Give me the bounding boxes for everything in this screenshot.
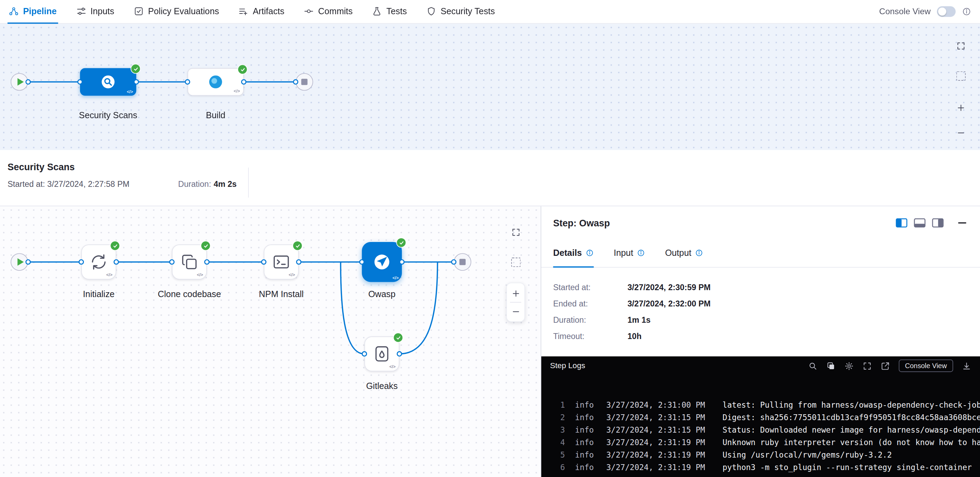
detail-value: 3/27/2024, 2:32:00 PM [628, 299, 711, 308]
log-line: 4info3/27/2024, 2:31:19 PMUnknown ruby i… [551, 436, 980, 449]
log-line: 5info3/27/2024, 2:31:19 PMUsing /usr/loc… [551, 449, 980, 461]
stage-label-build[interactable]: Build [206, 110, 225, 120]
pipeline-end-node [296, 73, 313, 91]
pipeline-icon [9, 6, 19, 16]
canvas-select-button[interactable] [506, 252, 526, 272]
log-line: 6info3/27/2024, 2:31:19 PMpython3 -m sto… [551, 461, 980, 474]
tab-output[interactable]: Output [665, 239, 703, 268]
log-line-number: 2 [551, 412, 565, 424]
canvas-fullscreen-button[interactable] [951, 36, 970, 56]
zoom-in-button[interactable] [506, 285, 525, 302]
console-view-button[interactable]: Console View [899, 359, 953, 372]
layout-bottom-view-icon[interactable] [914, 218, 926, 227]
detail-label: Ended at: [553, 299, 628, 308]
zoom-in-button[interactable] [951, 97, 970, 118]
info-icon[interactable] [962, 7, 971, 16]
policy-check-icon [134, 6, 144, 16]
console-view-toggle[interactable] [937, 6, 956, 17]
plus-icon [511, 289, 520, 298]
log-timestamp: 3/27/2024, 2:31:19 PM [606, 461, 713, 474]
external-link-icon[interactable] [881, 361, 890, 370]
stage-start-node [11, 253, 29, 271]
step-node-npm-install[interactable]: </> [264, 244, 299, 279]
step-label-owasp[interactable]: Owasp [368, 289, 396, 299]
play-icon [18, 78, 24, 86]
tab-input[interactable]: Input [614, 239, 645, 268]
stage-title: Security Scans [8, 161, 75, 172]
code-tag: </> [127, 89, 133, 94]
tab-inputs[interactable]: Inputs [75, 0, 115, 24]
step-node-owasp[interactable]: </> [362, 242, 402, 282]
minimize-panel-icon[interactable] [956, 218, 968, 227]
owasp-icon [372, 253, 391, 271]
copy-icon[interactable] [826, 361, 835, 370]
tab-artifacts[interactable]: Artifacts [237, 0, 286, 24]
nav-right-controls: Console View [879, 6, 971, 17]
log-level: info [575, 449, 596, 461]
panel-title: Step: Owasp [553, 217, 610, 228]
success-badge [293, 241, 302, 250]
zoom-out-button[interactable] [506, 303, 525, 320]
success-badge [393, 333, 403, 343]
duration-value: 4m 2s [213, 180, 237, 189]
zoom-controls [506, 282, 525, 322]
code-tag: </> [392, 276, 399, 280]
detail-label: Timeout: [553, 332, 628, 341]
step-logs-title: Step Logs [550, 361, 585, 370]
step-node-clone-codebase[interactable]: </> [172, 244, 207, 279]
step-label-clone-codebase[interactable]: Clone codebase [158, 289, 221, 299]
download-icon[interactable] [962, 361, 971, 370]
tab-pipeline[interactable]: Pipeline [8, 0, 58, 24]
panel-layout-controls [896, 218, 968, 227]
duration-label: Duration: [178, 180, 211, 189]
terminal-icon [272, 253, 291, 271]
stage-node-security-scans[interactable]: </> [80, 68, 136, 96]
fullscreen-icon[interactable] [862, 361, 872, 370]
info-icon [695, 249, 703, 257]
detail-label: Duration: [553, 315, 628, 324]
panel-header: Step: Owasp [541, 206, 980, 239]
toggle-knob [938, 8, 946, 16]
step-graph-canvas[interactable]: </> Initialize </> Clone codebase </> NP… [0, 206, 541, 477]
log-message: Status: Downloaded newer image for harne… [722, 424, 980, 436]
detail-value: 10h [628, 332, 641, 341]
success-badge [200, 241, 211, 250]
log-message: Using /usr/local/rvm/gems/ruby-3.2.2 [722, 449, 980, 461]
stage-node-build[interactable]: </> [188, 68, 243, 96]
step-label-initialize[interactable]: Initialize [83, 289, 115, 299]
step-label-npm-install[interactable]: NPM Install [259, 289, 304, 299]
build-stage-icon [208, 74, 224, 90]
log-level: info [575, 461, 596, 474]
zoom-out-button[interactable] [951, 123, 970, 143]
inputs-icon [76, 6, 86, 16]
stage-graph-canvas[interactable]: </> Security Scans </> Build [0, 24, 980, 150]
detail-value: 1m 1s [628, 315, 651, 324]
layout-right-view-icon[interactable] [932, 218, 943, 227]
tab-policy-evaluations[interactable]: Policy Evaluations [132, 0, 220, 24]
step-node-gitleaks[interactable]: </> [364, 336, 399, 371]
search-icon[interactable] [808, 361, 818, 370]
divider [248, 168, 249, 198]
canvas-fullscreen-button[interactable] [506, 222, 526, 242]
code-tag: </> [389, 364, 395, 369]
tab-security-tests[interactable]: Security Tests [425, 0, 496, 24]
log-message: python3 -m sto_plugin --run-strategy sin… [722, 461, 980, 474]
log-line-number: 6 [551, 461, 565, 474]
success-badge [130, 64, 141, 74]
fullscreen-icon [956, 41, 966, 50]
log-timestamp: 3/27/2024, 2:31:19 PM [606, 449, 713, 461]
tab-tests[interactable]: Tests [371, 0, 408, 24]
play-icon [18, 258, 24, 266]
canvas-select-button[interactable] [951, 65, 970, 86]
artifacts-icon [239, 6, 248, 16]
stage-label-security-scans[interactable]: Security Scans [79, 110, 137, 120]
detail-label: Started at: [553, 282, 628, 292]
tab-details[interactable]: Details [553, 239, 593, 268]
step-node-initialize[interactable]: </> [81, 244, 116, 279]
selection-box-icon [956, 71, 966, 80]
layout-split-view-icon[interactable] [896, 218, 908, 227]
log-lines[interactable]: 1info3/27/2024, 2:31:00 PMlatest: Pullin… [541, 375, 980, 474]
tab-commits[interactable]: Commits [302, 0, 354, 24]
settings-gear-icon[interactable] [845, 361, 854, 370]
step-label-gitleaks[interactable]: Gitleaks [366, 381, 398, 391]
